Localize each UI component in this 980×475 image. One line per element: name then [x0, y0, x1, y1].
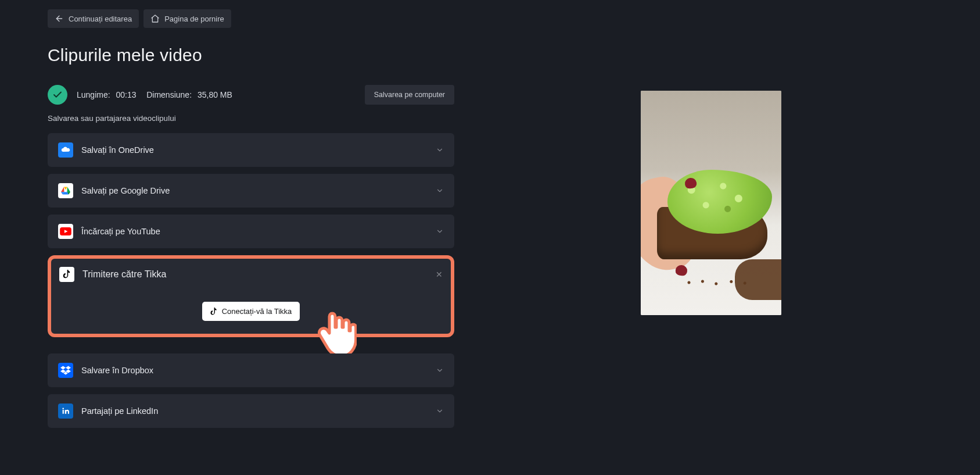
- home-icon: [150, 14, 160, 23]
- chevron-down-icon: [436, 146, 444, 154]
- share-linkedin-label: Partajați pe LinkedIn: [81, 406, 158, 416]
- svg-rect-16: [63, 410, 64, 414]
- save-dropbox-label: Salvare în Dropbox: [81, 366, 153, 375]
- chevron-down-icon: [436, 187, 444, 195]
- tiktok-icon: [59, 267, 74, 282]
- svg-marker-4: [61, 187, 64, 192]
- chevron-down-icon: [436, 227, 444, 235]
- video-preview-thumbnail[interactable]: [641, 91, 781, 315]
- send-tiktok-card: Trimitere către Tikka ✕ Conectați-vă la …: [48, 255, 454, 337]
- upload-youtube-label: Încărcați pe YouTube: [81, 227, 160, 236]
- chevron-down-icon: [436, 407, 444, 415]
- send-tiktok-header[interactable]: Trimitere către Tikka ✕: [59, 267, 443, 282]
- tiktok-icon: [210, 308, 217, 316]
- length-label: Lungime:: [77, 90, 110, 99]
- page-title: Clipurile mele video: [48, 45, 454, 65]
- right-panel: [489, 45, 932, 435]
- svg-marker-11: [66, 366, 71, 370]
- export-details-row: Lungime: 00:13 Dimensiune: 35,80 MB Salv…: [48, 85, 454, 105]
- share-linkedin-option[interactable]: Partajați pe LinkedIn: [48, 394, 454, 428]
- save-onedrive-option[interactable]: Salvați în OneDrive: [48, 133, 454, 167]
- close-icon[interactable]: ✕: [436, 270, 443, 279]
- svg-marker-3: [67, 187, 70, 192]
- send-tiktok-label: Trimitere către Tikka: [82, 269, 166, 280]
- linkedin-icon: [58, 403, 73, 419]
- size-value: 35,80 MB: [198, 90, 232, 99]
- onedrive-icon: [58, 142, 73, 158]
- svg-marker-2: [64, 187, 67, 190]
- export-details-text: Lungime: 00:13 Dimensiune: 35,80 MB: [77, 90, 236, 99]
- home-button[interactable]: Pagina de pornire: [143, 9, 231, 28]
- save-google-drive-option[interactable]: Salvați pe Google Drive: [48, 174, 454, 208]
- upload-youtube-option[interactable]: Încărcați pe YouTube: [48, 215, 454, 248]
- chevron-down-icon: [436, 366, 444, 374]
- continue-editing-button[interactable]: Continuați editarea: [48, 9, 139, 28]
- continue-editing-label: Continuați editarea: [69, 15, 132, 23]
- connect-tiktok-button[interactable]: Conectați-vă la Tikka: [202, 302, 300, 321]
- length-value: 00:13: [116, 90, 136, 99]
- google-drive-icon: [58, 183, 73, 198]
- home-label: Pagina de pornire: [164, 15, 224, 23]
- dropbox-icon: [58, 363, 73, 378]
- check-icon: [52, 90, 63, 100]
- svg-marker-10: [60, 366, 66, 370]
- success-badge: [48, 85, 67, 105]
- arrow-left-icon: [55, 14, 64, 23]
- connect-tiktok-label: Conectați-vă la Tikka: [222, 307, 292, 316]
- save-dropbox-option[interactable]: Salvare în Dropbox: [48, 353, 454, 387]
- save-onedrive-label: Salvați în OneDrive: [81, 145, 154, 155]
- save-google-drive-label: Salvați pe Google Drive: [81, 186, 170, 195]
- share-subheading: Salvarea sau partajarea videoclipului: [48, 114, 454, 123]
- save-to-computer-button[interactable]: Salvarea pe computer: [365, 85, 454, 105]
- left-panel: Clipurile mele video Lungime: 00:13 Dime…: [48, 45, 454, 435]
- svg-point-17: [62, 408, 64, 409]
- top-bar: Continuați editarea Pagina de pornire: [0, 0, 980, 28]
- size-label: Dimensiune:: [146, 90, 192, 99]
- youtube-icon: [58, 224, 73, 239]
